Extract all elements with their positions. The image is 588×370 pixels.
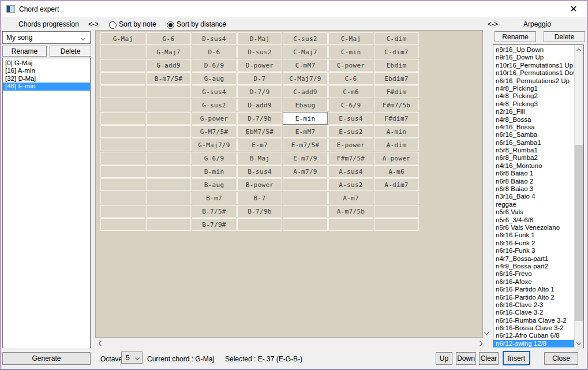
chord-cell-B-m7[interactable]: B-m7 xyxy=(192,192,237,204)
chord-cell-B-min[interactable]: B-min xyxy=(192,165,237,178)
chord-cell-F#dim[interactable]: F#dim xyxy=(374,85,419,98)
octave-select[interactable]: 5 xyxy=(121,352,143,364)
chord-cell-A-power[interactable]: A-power xyxy=(374,152,419,165)
chord-cell-Ebdim[interactable]: Ebdim xyxy=(374,59,419,72)
arpeggio-item[interactable]: n6r16-Clave 3-2 xyxy=(493,309,574,316)
progression-item[interactable]: [32] D-Maj xyxy=(3,75,90,83)
chord-cell-D-7/9b[interactable]: D-7/9b xyxy=(237,112,282,125)
arpeggio-item[interactable]: n9r16_Up Down xyxy=(493,46,574,54)
chord-cell-G-power[interactable]: G-power xyxy=(192,112,237,125)
chord-cell-C-Maj7/9[interactable]: C-Maj7/9 xyxy=(283,72,328,85)
chord-cell-C-Maj7[interactable]: C-Maj7 xyxy=(283,46,328,58)
arpeggio-item[interactable]: reggae xyxy=(493,201,574,208)
swap-left-control[interactable]: <-> xyxy=(88,20,99,28)
chord-cell-Ebdim7[interactable]: Ebdim7 xyxy=(374,72,419,85)
arpeggio-item[interactable]: n4r8_Bossa xyxy=(493,116,574,124)
arpeggio-item[interactable]: n6r16_Samba1 xyxy=(493,139,574,147)
scroll-down-icon[interactable] xyxy=(576,341,581,345)
rename-arpeggio-button[interactable]: Rename xyxy=(495,31,536,42)
close-button[interactable]: Close xyxy=(544,352,578,365)
chord-cell-G-6/9[interactable]: G-6/9 xyxy=(192,152,237,165)
arpeggio-item[interactable]: n5r6 Vals Venezolano xyxy=(493,224,574,231)
arpeggio-item[interactable]: n4r8_Picking1 xyxy=(493,85,574,92)
close-icon[interactable]: ✕ xyxy=(565,2,582,16)
chord-cell-E-m7/9[interactable]: E-m7/9 xyxy=(283,152,328,165)
chord-horizontal-scrollbar[interactable] xyxy=(95,338,491,349)
scroll-right-icon[interactable] xyxy=(478,341,482,346)
delete-arpeggio-button[interactable]: Delete xyxy=(544,31,585,42)
chord-cell-E-mM7[interactable]: E-mM7 xyxy=(283,125,328,138)
chord-cell-EbM7/5#[interactable]: EbM7/5# xyxy=(237,125,282,138)
chord-cell-C-add9[interactable]: C-add9 xyxy=(283,85,328,98)
chord-cell-B-7/5#[interactable]: B-7/5# xyxy=(192,205,237,218)
chord-cell-G-Maj[interactable]: G-Maj xyxy=(100,32,145,45)
arpeggio-item[interactable]: n6r16-Funk 3 xyxy=(493,247,574,255)
rename-progression-button[interactable]: Rename xyxy=(2,46,47,57)
swap-right-control[interactable]: <-> xyxy=(488,20,498,28)
chord-cell-G-6[interactable]: G-6 xyxy=(146,32,191,45)
chord-cell-A-m7[interactable]: A-m7 xyxy=(328,192,373,204)
chord-cell-D-sus4[interactable]: D-sus4 xyxy=(192,32,237,45)
sort-by-note-label[interactable]: Sort by note xyxy=(119,20,156,28)
chord-cell-C-6/9[interactable]: C-6/9 xyxy=(328,99,373,111)
arpeggio-item[interactable]: n6r8 Baiao 1 xyxy=(493,170,574,177)
chord-cell-C-m6[interactable]: C-m6 xyxy=(328,85,373,98)
arpeggio-item[interactable]: n5r8_Rumba1 xyxy=(493,147,574,154)
chord-vertical-scrollbar[interactable] xyxy=(483,30,491,338)
song-select[interactable]: My song xyxy=(2,31,91,44)
arpeggio-item[interactable]: n5r6_3/4-6/8 xyxy=(493,216,574,224)
chord-cell-E-m7/5#[interactable]: E-m7/5# xyxy=(283,139,328,151)
chord-cell-B-power[interactable]: B-power xyxy=(237,178,282,191)
arpeggio-item[interactable]: n6r16-Frevo xyxy=(493,270,574,278)
arpeggio-list[interactable]: n9r16_Up Downn9r16_Down Upn10r16_Permuta… xyxy=(493,44,584,349)
sort-by-note-radio[interactable] xyxy=(109,21,117,29)
chord-cell-B-7/9b[interactable]: B-7/9b xyxy=(237,205,282,218)
chord-cell-F#dim7[interactable]: F#dim7 xyxy=(374,112,419,125)
clear-button[interactable]: Clear xyxy=(479,352,499,365)
chord-cell-G-sus2[interactable]: G-sus2 xyxy=(192,99,237,111)
arpeggio-item[interactable]: n4r9_Bossa-part2 xyxy=(493,263,574,270)
chord-cell-D-add9[interactable]: D-add9 xyxy=(237,99,282,111)
arpeggio-item[interactable]: n4r16_Montuno xyxy=(493,162,574,170)
arpeggio-item[interactable]: n6r16_Permutations2 Up xyxy=(493,77,574,85)
generate-button[interactable]: Generate xyxy=(2,352,91,365)
delete-progression-button[interactable]: Delete xyxy=(50,46,91,57)
arpeggio-item[interactable]: n5r6 Vals xyxy=(493,208,574,216)
chord-cell-B-aug[interactable]: B-aug xyxy=(192,178,237,191)
progression-item[interactable]: [48] E-min xyxy=(3,83,90,90)
arpeggio-item[interactable]: n6r8 Baiao 3 xyxy=(493,185,574,193)
scroll-down-icon[interactable] xyxy=(484,330,489,335)
arpeggio-item[interactable]: n2r16_Fill xyxy=(493,108,574,115)
chord-cell-D-6/9[interactable]: D-6/9 xyxy=(192,59,237,72)
chord-cell-A-dim[interactable]: A-dim xyxy=(374,139,419,151)
chord-cell-G-sus4[interactable]: G-sus4 xyxy=(192,85,237,98)
arpeggio-item[interactable]: n6r16-Funk 2 xyxy=(493,240,574,247)
chord-cell-E-m7[interactable]: E-m7 xyxy=(237,139,282,151)
chord-cell-C-mM7[interactable]: C-mM7 xyxy=(283,59,328,72)
arpeggio-item[interactable]: n6r16-Partido Alto 1 xyxy=(493,286,574,293)
progression-item[interactable]: [0] G-Maj xyxy=(3,59,90,67)
sort-by-distance-radio[interactable] xyxy=(167,21,174,29)
arpeggio-item[interactable]: n6r16-Clave 2-3 xyxy=(493,301,574,309)
chord-cell-D-7/9[interactable]: D-7/9 xyxy=(237,85,282,98)
arpeggio-item[interactable]: n4r7_Bossa-part1 xyxy=(493,255,574,263)
insert-button[interactable]: Insert xyxy=(503,351,530,365)
down-button[interactable]: Down xyxy=(456,352,476,365)
chord-cell-C-sus2[interactable]: C-sus2 xyxy=(283,32,328,45)
chord-cell-A-sus4[interactable]: A-sus4 xyxy=(328,165,373,178)
chord-cell-D-6[interactable]: D-6 xyxy=(192,46,237,58)
chord-cell-Ebaug[interactable]: Ebaug xyxy=(283,99,328,111)
chord-cell-G-aug[interactable]: G-aug xyxy=(192,72,237,85)
chord-cell-D-power[interactable]: D-power xyxy=(237,59,282,72)
chord-cell-A-min[interactable]: A-min xyxy=(374,125,419,138)
arpeggio-item[interactable]: n6r8 Baiao 2 xyxy=(493,178,574,185)
scroll-left-icon[interactable] xyxy=(99,341,103,346)
arpeggio-item[interactable]: n4r16_Bossa xyxy=(493,124,574,131)
chord-cell-E-power[interactable]: E-power xyxy=(328,139,373,151)
scroll-up-icon[interactable] xyxy=(576,48,581,53)
arpeggio-item[interactable]: n6r8_Rumba2 xyxy=(493,154,574,162)
chord-cell-D-sus2[interactable]: D-sus2 xyxy=(237,46,282,58)
chord-cell-B-7/9#[interactable]: B-7/9# xyxy=(192,218,237,231)
arpeggio-item[interactable]: n6r16-Afoxe xyxy=(493,278,574,286)
progression-item[interactable]: [16] A-min xyxy=(3,67,90,74)
